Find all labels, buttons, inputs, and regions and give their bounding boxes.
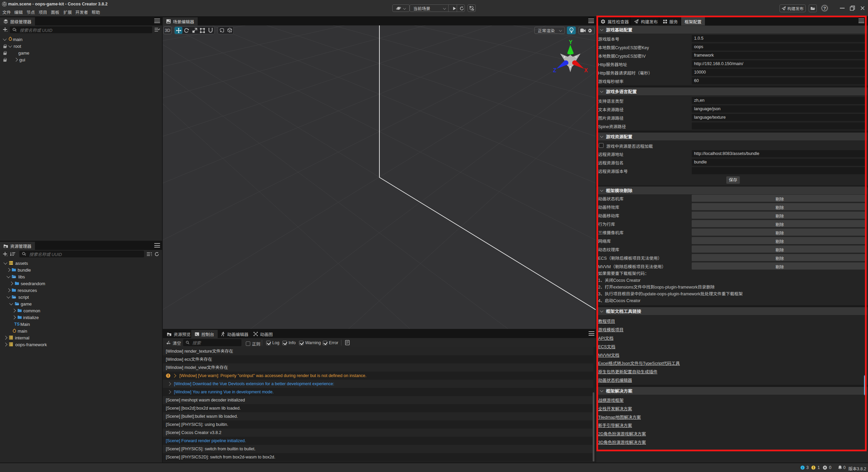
svg-text:Z: Z	[553, 67, 556, 73]
svg-text:Y: Y	[569, 39, 573, 45]
svg-text:X: X	[584, 67, 588, 73]
svg-text:?: ?	[823, 6, 826, 11]
